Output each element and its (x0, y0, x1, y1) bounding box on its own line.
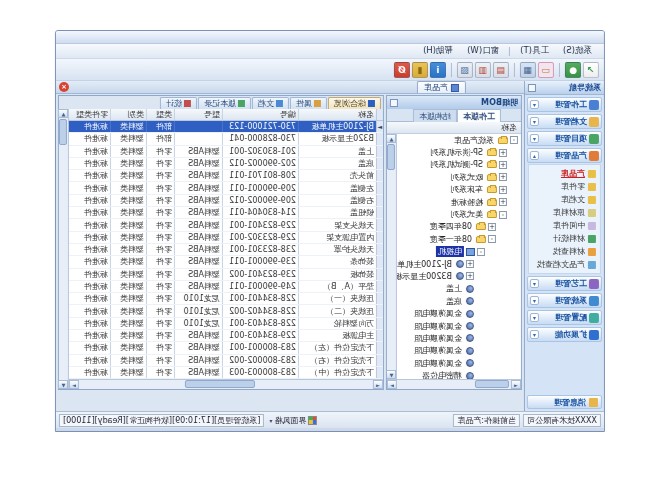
scroll-thumb[interactable] (185, 380, 255, 388)
chevron-down-icon[interactable]: ▾ (530, 279, 539, 288)
scroll-thumb[interactable] (60, 119, 68, 145)
table-row[interactable]: B320主显示板730-828000-041部件塑料类标准件外协台 (69, 133, 383, 145)
sidebar-item-材料统计[interactable]: 材料统计 (529, 232, 596, 245)
tree-node[interactable]: +B3200主显示板 (397, 270, 521, 282)
table-horizontal-scrollbar[interactable]: ◄ ► (69, 379, 383, 389)
table-row[interactable]: 内置电源支架229-823302-001塑料ABS零件塑料类标准件自制件 (69, 232, 383, 244)
sidebar-item-材料查找[interactable]: 材料查找 (529, 245, 596, 258)
tree-node[interactable]: 金属薄膜电阻 (397, 307, 521, 319)
table-row[interactable]: 装饰条239-990001-011塑料ABS零件塑料类标准件自制件 (69, 256, 383, 268)
tab-属性[interactable]: 属性 (290, 97, 327, 109)
column-header-类别[interactable]: 类别 (110, 109, 146, 120)
tab-综合浏览[interactable]: 综合浏览 (328, 97, 381, 109)
tree-node[interactable]: +SP-演示机系列 (397, 146, 521, 158)
menu-item[interactable]: 系统(S) (557, 44, 598, 58)
tree-node[interactable]: +检验标准 (397, 196, 521, 208)
table-row[interactable]: 压线夹（二）228-834402-002尼龙1010零件塑料类标准件自制件 (69, 305, 383, 317)
tree-node[interactable]: -美式系列 (397, 208, 521, 220)
table-row[interactable]: 前头壳208-801701-011塑料ABS零件塑料类标准件自制件 (69, 170, 383, 182)
window-icon[interactable]: ▦ (520, 62, 536, 78)
scroll-down-icon[interactable]: ▼ (387, 370, 397, 379)
scroll-left-icon[interactable]: ◄ (373, 380, 383, 389)
title-bar[interactable] (56, 31, 604, 44)
close-tab-button[interactable]: × (59, 82, 69, 92)
clipboard-add-icon[interactable]: ▥ (475, 62, 491, 78)
expand-icon[interactable]: + (488, 223, 496, 231)
menu-item[interactable]: 工具(T) (514, 44, 555, 58)
sidebar-item-产品文档查找[interactable]: 产品文档查找 (529, 258, 596, 271)
chevron-down-icon[interactable]: ▾ (530, 134, 539, 143)
sidebar-item-文档库[interactable]: 文档库 (529, 193, 596, 206)
sidebar-item-中间件库[interactable]: 中间件库 (529, 219, 596, 232)
expand-icon[interactable]: + (499, 186, 507, 194)
nav-collapse-icon[interactable] (528, 84, 536, 92)
sidebar-item-message-manage[interactable]: 消息管理 (527, 395, 602, 409)
tree-node[interactable]: 金属薄膜电阻 (397, 332, 521, 344)
tree-vertical-scrollbar[interactable]: ▲ ▼ (387, 134, 397, 379)
expand-icon[interactable]: + (499, 173, 507, 181)
table-row[interactable]: 下壳定位件（左）283-800001-001塑料ABS零件塑料类标准件自制件 (69, 342, 383, 354)
bom-panel-pin-icon[interactable] (390, 99, 398, 107)
info-icon[interactable]: i (430, 62, 446, 78)
tree-node[interactable]: +欧式系列 (397, 171, 521, 183)
table-row[interactable]: 上盖201-830302-001塑料ABS零件塑料类标准件自制件 (69, 146, 383, 158)
tree-node[interactable]: -系统产品库 (397, 134, 521, 146)
nav-group-文档管理[interactable]: 文档管理▾ (527, 114, 602, 129)
tree-node[interactable]: -08年一季度 (397, 233, 521, 245)
nav-group-工作管理[interactable]: 工作管理▾ (527, 97, 602, 112)
tree-node[interactable]: +车床系列 (397, 184, 521, 196)
scroll-thumb[interactable] (475, 380, 509, 388)
open-folder-icon[interactable]: ▭ (538, 62, 554, 78)
forbid-icon[interactable]: Ø (394, 62, 410, 78)
chevron-down-icon[interactable]: ▾ (530, 313, 539, 322)
report-icon[interactable]: ↗ (583, 62, 599, 78)
column-header-名称[interactable]: 名称 (298, 109, 376, 120)
table-row[interactable]: 主电源板229-834403-001塑料ABS零件塑料类标准件自制件 (69, 330, 383, 342)
tree-node[interactable]: +SP-测试机系列 (397, 159, 521, 171)
column-header-零件类型[interactable]: 零件类型 (69, 109, 110, 120)
theme-selector[interactable]: 界面风格 ▾ (267, 414, 319, 427)
scroll-right-icon[interactable]: ► (387, 380, 397, 389)
table-row[interactable]: 右侧盖209-990002-012塑料ABS零件塑料类标准件自制件 (69, 195, 383, 207)
table-row[interactable]: 天线头护罩238-823301-001塑料ABS零件塑料类标准件自制件 (69, 244, 383, 256)
scroll-up-icon[interactable]: ▲ (59, 109, 69, 118)
expand-icon[interactable]: + (466, 272, 474, 280)
tree-node[interactable]: +BJ-2100主机单板 (397, 258, 521, 270)
tree-node[interactable]: 上盖 (397, 283, 521, 295)
sidebar-item-原材料库[interactable]: 原材料库 (529, 206, 596, 219)
tree-column-header[interactable]: 名称 (387, 122, 521, 134)
expand-icon[interactable]: + (499, 161, 507, 169)
tree-node[interactable]: +08年四季度 (397, 221, 521, 233)
scroll-left-icon[interactable]: ◄ (511, 380, 521, 389)
column-header-编号[interactable]: 编号 (222, 109, 298, 120)
table-row[interactable]: 装饰板239-823401-002塑料ABS零件塑料类标准件自制件 (69, 269, 383, 281)
nav-group-配置管理[interactable]: 配置管理▾ (527, 310, 602, 325)
table-row[interactable]: 底盖202-990002-012塑料ABS零件塑料类标准件自制件 (69, 158, 383, 170)
collapse-icon[interactable]: - (488, 235, 496, 243)
scroll-down-icon[interactable]: ▼ (59, 380, 69, 389)
scroll-up-icon[interactable]: ▲ (387, 134, 397, 143)
chevron-down-icon[interactable]: ▾ (530, 117, 539, 126)
tab-工作版本[interactable]: 工作版本 (457, 109, 501, 122)
nav-group-产品管理[interactable]: 产品管理▴ (527, 148, 602, 163)
tab-版本记录[interactable]: 版本记录 (198, 97, 251, 109)
globe-icon[interactable]: ● (565, 62, 581, 78)
column-header-型号[interactable]: 型号 (174, 109, 222, 120)
lock-icon[interactable]: ▮ (412, 62, 428, 78)
table-row[interactable]: ►BJ-2100主机单板730-721000-123部件塑料类标准件外协台 (69, 121, 383, 133)
nav-group-扩展功能[interactable]: 扩展功能▾ (527, 327, 602, 342)
scroll-thumb[interactable] (388, 144, 396, 170)
tree-node[interactable]: 金属薄膜电阻 (397, 345, 521, 357)
expand-icon[interactable]: + (499, 198, 507, 206)
chevron-down-icon[interactable]: ▾ (530, 296, 539, 305)
chevron-up-icon[interactable]: ▴ (530, 151, 539, 160)
clipboard-icon[interactable]: ▧ (457, 62, 473, 78)
collapse-icon[interactable]: - (510, 136, 518, 144)
table-row[interactable]: 天线头支架229-823401-001塑料ABS零件塑料类标准件自制件 (69, 219, 383, 231)
chevron-down-icon[interactable]: ▾ (530, 100, 539, 109)
nav-group-系统管理[interactable]: 系统管理▾ (527, 293, 602, 308)
table-vertical-scrollbar[interactable]: ▲ ▼ (59, 109, 69, 389)
menu-item[interactable]: 窗口(W) (461, 44, 505, 58)
tree-horizontal-scrollbar[interactable]: ◄ ► (387, 379, 521, 389)
table-row[interactable]: 左侧盖209-990001-011塑料ABS零件塑料类标准件自制件 (69, 182, 383, 194)
